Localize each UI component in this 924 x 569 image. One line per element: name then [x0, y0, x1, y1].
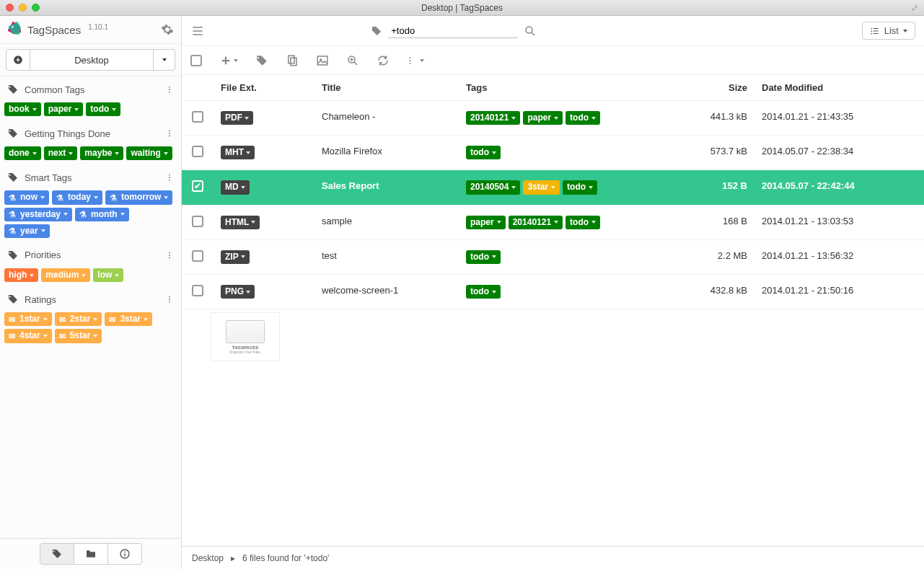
- col-date-header[interactable]: Date Modified: [762, 82, 906, 93]
- breadcrumb-path[interactable]: Desktop: [192, 553, 224, 563]
- current-location[interactable]: Desktop: [30, 49, 154, 71]
- file-tag[interactable]: 20140121: [466, 111, 520, 125]
- table-row[interactable]: PNGwelcome-screen-1todo432.8 kB2014.01.2…: [182, 275, 924, 309]
- row-checkbox[interactable]: [192, 285, 203, 296]
- ext-label: ZIP: [225, 252, 239, 262]
- col-size-header[interactable]: Size: [682, 82, 762, 93]
- add-button[interactable]: [219, 54, 238, 67]
- file-tag[interactable]: todo: [466, 285, 501, 299]
- tag-group-header[interactable]: Common Tags: [0, 76, 181, 101]
- file-thumbnail[interactable]: TAGSPACESOrganize Your Files.: [211, 312, 280, 361]
- sidebar-tag[interactable]: maybe: [80, 146, 123, 160]
- group-menu-button[interactable]: [165, 172, 174, 182]
- sidebar-tag[interactable]: medium: [41, 268, 90, 282]
- zoom-button[interactable]: [346, 54, 359, 67]
- sidebar-tag[interactable]: ⚗month: [75, 208, 129, 221]
- sidebar-tag[interactable]: ⚗year: [4, 224, 50, 238]
- svg-point-29: [410, 56, 411, 58]
- tag-label: today: [68, 193, 91, 202]
- location-dropdown[interactable]: [154, 49, 175, 71]
- ext-badge[interactable]: ZIP: [221, 250, 250, 264]
- folders-panel-button[interactable]: [74, 543, 108, 565]
- chevron-down-icon: [120, 213, 125, 216]
- svg-point-6: [169, 133, 170, 134]
- sidebar-tag[interactable]: todo: [86, 102, 120, 116]
- sidebar-tag[interactable]: ⚗tomorrow: [105, 190, 172, 204]
- table-row[interactable]: HTMLsamplepaper20140121todo168 B2014.01.…: [182, 206, 924, 240]
- row-checkbox[interactable]: [192, 146, 203, 157]
- chevron-down-icon: [492, 151, 496, 154]
- col-tags-header[interactable]: Tags: [466, 82, 682, 93]
- tag-label: high: [9, 270, 27, 280]
- toggle-sidebar-button[interactable]: [190, 24, 205, 38]
- tag-action-button[interactable]: [255, 54, 268, 67]
- table-row[interactable]: PDFChameleon -20140121papertodo441.3 kB2…: [182, 101, 924, 136]
- app-logo[interactable]: TagSpaces 1.10.1: [7, 22, 108, 38]
- tags-panel-button[interactable]: [40, 543, 74, 565]
- add-location-button[interactable]: [6, 49, 30, 71]
- select-all-checkbox[interactable]: [190, 55, 202, 66]
- info-panel-button[interactable]: [107, 543, 142, 565]
- tag-label: todo: [90, 105, 109, 114]
- file-tag[interactable]: 20140504: [466, 180, 520, 194]
- tag-group-header[interactable]: Getting Things Done: [0, 120, 181, 145]
- file-tag[interactable]: 20140121: [509, 216, 563, 229]
- ext-badge[interactable]: HTML: [221, 216, 260, 229]
- file-tag[interactable]: todo: [566, 216, 600, 229]
- sidebar-tag[interactable]: paper: [44, 102, 84, 116]
- sidebar-tag[interactable]: done: [4, 146, 41, 160]
- sidebar-tag[interactable]: book: [4, 102, 41, 116]
- sidebar-tag[interactable]: ✉5star: [55, 329, 102, 343]
- tag-label: book: [9, 105, 30, 114]
- sidebar-tag[interactable]: ✉2star: [55, 312, 102, 326]
- col-title-header[interactable]: Title: [322, 82, 466, 93]
- sidebar-tag[interactable]: ✉1star: [4, 312, 52, 326]
- sidebar-tag[interactable]: waiting: [126, 146, 172, 160]
- view-mode-toggle[interactable]: List: [862, 22, 915, 40]
- sidebar-tag[interactable]: ✉4star: [4, 329, 52, 343]
- group-menu-button[interactable]: [165, 250, 174, 260]
- row-checkbox[interactable]: [192, 111, 203, 123]
- search-button[interactable]: [524, 25, 537, 38]
- tag-group-header[interactable]: Priorities: [0, 242, 181, 267]
- copy-button[interactable]: [286, 54, 299, 67]
- sidebar-tag[interactable]: ✉3star: [105, 312, 152, 326]
- file-tag[interactable]: todo: [566, 111, 600, 125]
- search-input[interactable]: [391, 25, 515, 36]
- sidebar-tag[interactable]: low: [93, 268, 123, 282]
- settings-button[interactable]: [161, 23, 174, 36]
- tag-label: 2star: [70, 314, 91, 324]
- col-ext-header[interactable]: File Ext.: [221, 82, 322, 93]
- tag-group-header[interactable]: Ratings: [0, 286, 181, 311]
- row-checkbox[interactable]: [192, 216, 203, 227]
- sidebar-tag[interactable]: ⚗yesterday: [4, 208, 72, 221]
- file-tag[interactable]: todo: [466, 146, 501, 159]
- row-checkbox[interactable]: [192, 250, 203, 262]
- image-button[interactable]: [316, 54, 329, 67]
- table-row[interactable]: MHTMozilla Firefoxtodo573.7 kB2014.05.07…: [182, 136, 924, 170]
- file-tag[interactable]: 3star: [523, 180, 560, 194]
- table-row[interactable]: ✔MDSales Report201405043startodo152 B201…: [182, 170, 924, 205]
- refresh-button[interactable]: [377, 54, 390, 67]
- sidebar-tag[interactable]: high: [4, 268, 38, 282]
- file-tag[interactable]: todo: [466, 250, 501, 264]
- row-checkbox[interactable]: ✔: [192, 180, 203, 192]
- more-options-button[interactable]: [407, 55, 424, 66]
- tag-group-header[interactable]: Smart Tags: [0, 164, 181, 189]
- group-menu-button[interactable]: [165, 128, 174, 138]
- ext-badge[interactable]: MHT: [221, 146, 255, 159]
- group-menu-button[interactable]: [165, 294, 174, 304]
- file-tag[interactable]: paper: [523, 111, 563, 125]
- sidebar-tag[interactable]: ⚗today: [52, 190, 102, 204]
- table-row[interactable]: ZIPtesttodo2.2 MB2014.01.21 - 13:56:32: [182, 240, 924, 275]
- file-tag[interactable]: todo: [563, 180, 597, 194]
- file-tag[interactable]: paper: [466, 216, 506, 229]
- sidebar-tag[interactable]: next: [44, 146, 78, 160]
- breadcrumb-sep: ▸: [231, 553, 235, 563]
- tag-label: 5star: [70, 331, 91, 340]
- group-menu-button[interactable]: [165, 84, 174, 94]
- sidebar-tag[interactable]: ⚗now: [4, 190, 49, 204]
- ext-badge[interactable]: MD: [221, 180, 250, 194]
- ext-badge[interactable]: PNG: [221, 285, 255, 299]
- ext-badge[interactable]: PDF: [221, 111, 253, 125]
